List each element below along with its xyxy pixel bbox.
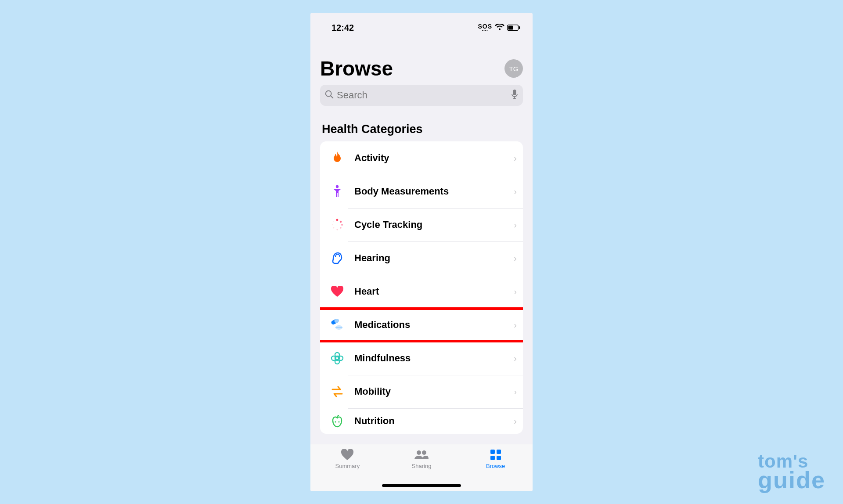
chevron-right-icon: › xyxy=(514,320,517,330)
body-icon xyxy=(327,185,347,198)
tab-bar: Summary Sharing Browse xyxy=(310,444,533,491)
category-label: Mobility xyxy=(347,386,514,397)
phone-screen: 12:42 SOS •••• Browse TG xyxy=(310,13,533,491)
svg-point-8 xyxy=(336,185,339,188)
chevron-right-icon: › xyxy=(514,353,517,364)
sos-indicator: SOS •••• xyxy=(478,24,492,32)
profile-avatar[interactable]: TG xyxy=(504,59,523,78)
tab-browse[interactable]: Browse xyxy=(458,448,533,491)
grid-icon xyxy=(490,448,501,462)
chevron-right-icon: › xyxy=(514,387,517,397)
category-row-cycle-tracking[interactable]: Cycle Tracking › xyxy=(320,208,523,241)
svg-point-13 xyxy=(336,229,338,230)
svg-rect-5 xyxy=(513,90,516,95)
watermark-logo: tom's guide xyxy=(758,453,825,491)
category-label: Body Measurements xyxy=(347,186,514,197)
svg-line-4 xyxy=(331,96,333,98)
category-label: Heart xyxy=(347,286,514,297)
svg-point-10 xyxy=(340,221,342,223)
svg-point-29 xyxy=(422,450,426,455)
svg-rect-30 xyxy=(490,450,495,454)
svg-rect-1 xyxy=(508,25,513,29)
health-categories-list: Activity › Body Measurements › xyxy=(320,141,523,434)
heart-icon xyxy=(327,286,347,297)
chevron-right-icon: › xyxy=(514,416,517,426)
svg-point-15 xyxy=(332,224,333,225)
status-bar: 12:42 SOS •••• xyxy=(310,13,533,37)
tab-summary[interactable]: Summary xyxy=(310,448,385,491)
status-time: 12:42 xyxy=(331,23,354,33)
heart-fill-icon xyxy=(341,448,354,462)
category-row-activity[interactable]: Activity › xyxy=(320,141,523,175)
svg-rect-20 xyxy=(335,327,342,328)
svg-rect-2 xyxy=(519,26,520,29)
category-row-nutrition[interactable]: Nutrition › xyxy=(320,408,523,434)
category-row-medications[interactable]: Medications › xyxy=(320,308,523,342)
svg-rect-31 xyxy=(497,450,501,454)
pills-icon xyxy=(327,319,347,331)
category-row-heart[interactable]: Heart › xyxy=(320,275,523,308)
chevron-right-icon: › xyxy=(514,287,517,297)
mindfulness-icon xyxy=(327,352,347,365)
people-icon xyxy=(414,448,429,462)
category-row-hearing[interactable]: Hearing › xyxy=(320,241,523,275)
svg-rect-33 xyxy=(497,456,501,460)
search-container xyxy=(310,85,533,106)
search-icon xyxy=(324,90,334,101)
mobility-icon xyxy=(327,386,347,397)
apple-icon xyxy=(327,414,347,428)
status-right: SOS •••• xyxy=(478,23,520,33)
category-row-body-measurements[interactable]: Body Measurements › xyxy=(320,175,523,208)
category-label: Hearing xyxy=(347,252,514,264)
home-indicator[interactable] xyxy=(382,484,461,487)
category-label: Nutrition xyxy=(347,415,514,427)
svg-rect-32 xyxy=(490,456,495,460)
section-title: Health Categories xyxy=(310,106,533,141)
flame-icon xyxy=(327,151,347,165)
category-label: Cycle Tracking xyxy=(347,219,514,230)
category-row-mindfulness[interactable]: Mindfulness › xyxy=(320,342,523,375)
chevron-right-icon: › xyxy=(514,187,517,197)
category-row-mobility[interactable]: Mobility › xyxy=(320,375,523,408)
search-field[interactable] xyxy=(320,85,523,106)
category-label: Mindfulness xyxy=(347,353,514,364)
tab-label: Sharing xyxy=(412,463,432,469)
chevron-right-icon: › xyxy=(514,220,517,230)
chevron-right-icon: › xyxy=(514,253,517,263)
chevron-right-icon: › xyxy=(514,153,517,163)
category-label: Medications xyxy=(347,319,514,331)
page-title: Browse xyxy=(320,57,393,80)
mic-icon[interactable] xyxy=(511,89,519,101)
svg-point-11 xyxy=(341,224,343,226)
cycle-icon xyxy=(327,218,347,231)
ear-icon xyxy=(327,251,347,265)
wifi-icon xyxy=(495,23,504,33)
svg-point-12 xyxy=(340,227,342,229)
search-input[interactable] xyxy=(337,90,508,101)
svg-point-26 xyxy=(335,421,336,422)
tab-label: Browse xyxy=(486,463,505,469)
svg-point-16 xyxy=(333,221,334,222)
battery-icon xyxy=(507,23,520,33)
svg-point-9 xyxy=(336,219,339,221)
tab-label: Summary xyxy=(335,463,360,469)
svg-point-14 xyxy=(333,227,335,229)
category-label: Activity xyxy=(347,152,514,164)
svg-point-27 xyxy=(338,421,339,422)
svg-point-28 xyxy=(417,450,421,455)
page-header: Browse TG xyxy=(310,37,533,85)
